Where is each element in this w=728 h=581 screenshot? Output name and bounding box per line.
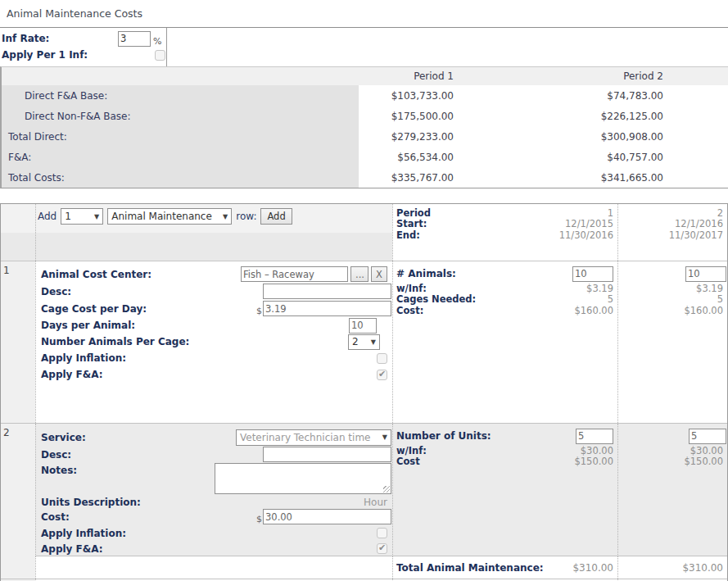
inf-rate-label: Inf Rate: bbox=[2, 33, 118, 44]
cost-label: Cost bbox=[396, 456, 420, 467]
row1-apply-fa-checkbox[interactable] bbox=[377, 370, 387, 380]
p2-num-animals-input[interactable] bbox=[685, 266, 726, 282]
period1-end-date: 11/30/2016 bbox=[420, 229, 613, 241]
row1-apply-fa-label: Apply F&A: bbox=[41, 369, 103, 380]
cage-cost-label: Cage Cost per Day: bbox=[41, 303, 147, 315]
period2-end-date: 11/30/2017 bbox=[622, 229, 723, 241]
animals-per-cage-select[interactable]: 2▼ bbox=[348, 334, 380, 350]
p1-winf-value: $30.00 bbox=[427, 445, 613, 456]
p1-cost-value: $150.00 bbox=[420, 456, 613, 467]
summary-p2-value: $40,757.00 bbox=[454, 152, 663, 163]
cost-center-browse-button[interactable]: ... bbox=[350, 266, 369, 282]
row-text: row: bbox=[236, 211, 256, 222]
chevron-down-icon: ▼ bbox=[94, 213, 99, 220]
summary-label: F&A: bbox=[2, 147, 359, 167]
service-select[interactable]: Veterinary Technician time▼ bbox=[236, 429, 391, 446]
days-per-animal-input[interactable] bbox=[349, 318, 377, 334]
p2-winf-value: $3.19 bbox=[622, 283, 723, 294]
notes-textarea[interactable] bbox=[215, 463, 391, 494]
p1-cages-value: 5 bbox=[476, 293, 613, 305]
summary-p1-value: $279,233.00 bbox=[359, 131, 454, 143]
p2-cages-value: 5 bbox=[622, 293, 723, 305]
p1-num-animals-input[interactable] bbox=[572, 266, 613, 282]
row2-number: 2 bbox=[1, 424, 35, 556]
units-desc-label: Units Description: bbox=[41, 497, 141, 508]
start-label: Start: bbox=[396, 218, 427, 229]
number-of-units-label: Number of Units: bbox=[396, 430, 491, 442]
currency-sign: $ bbox=[256, 306, 262, 317]
winf-label: w/Inf: bbox=[396, 445, 427, 456]
p2-cost-value: $160.00 bbox=[622, 305, 723, 316]
p2-units-input[interactable] bbox=[689, 429, 726, 444]
cost-label: Cost: bbox=[396, 305, 423, 316]
days-per-animal-label: Days per Animal: bbox=[41, 320, 135, 331]
chevron-down-icon: ▼ bbox=[382, 433, 387, 441]
period2-start-date: 12/1/2016 bbox=[622, 218, 723, 229]
summary-p1-value: $335,767.00 bbox=[359, 172, 454, 184]
row2-desc-input[interactable] bbox=[263, 447, 391, 462]
p2-cost-value: $150.00 bbox=[622, 456, 723, 467]
inflation-section: Inf Rate: % Apply Per 1 Inf: bbox=[0, 27, 728, 66]
summary-label: Total Direct: bbox=[2, 126, 359, 147]
cages-needed-label: Cages Needed: bbox=[396, 293, 476, 305]
period1-header: Period 1 bbox=[359, 70, 454, 82]
row1-desc-input[interactable] bbox=[263, 284, 391, 299]
summary-table: Period 1 Period 2 Direct F&A Base: $103,… bbox=[0, 66, 728, 188]
row2-apply-fa-label: Apply F&A: bbox=[41, 543, 103, 555]
summary-label: Total Costs: bbox=[2, 167, 359, 188]
row2-apply-fa-checkbox[interactable] bbox=[377, 543, 387, 554]
row2-cost-input[interactable] bbox=[263, 509, 391, 524]
apply-per-inf-checkbox[interactable] bbox=[155, 50, 165, 61]
service-label: Service: bbox=[41, 432, 86, 443]
page-title: Animal Maintenance Costs bbox=[0, 0, 728, 20]
inf-rate-input[interactable] bbox=[118, 31, 151, 47]
table-row: F&A: $56,534.00 $40,757.00 bbox=[2, 147, 728, 167]
period2-header: Period 2 bbox=[454, 70, 663, 82]
apply-per-inf-label: Apply Per 1 Inf: bbox=[2, 49, 118, 61]
total-row: Total Animal Maintenance: $310.00 $310.0… bbox=[1, 556, 727, 579]
detail-table: Add 1▼ Animal Maintenance▼ row: Add Peri… bbox=[0, 203, 728, 581]
detail-header-row: Add 1▼ Animal Maintenance▼ row: Add Peri… bbox=[1, 204, 727, 261]
period2-number: 2 bbox=[622, 207, 723, 219]
animals-per-cage-label: Number Animals Per Cage: bbox=[41, 336, 189, 347]
period1-number: 1 bbox=[431, 207, 613, 219]
period-label: Period bbox=[396, 207, 431, 219]
row2-apply-inflation-label: Apply Inflation: bbox=[41, 528, 126, 539]
total-maintenance-label: Total Animal Maintenance: bbox=[396, 562, 544, 574]
notes-label: Notes: bbox=[41, 463, 77, 476]
total-p2-value: $310.00 bbox=[622, 562, 723, 574]
add-type-select[interactable]: Animal Maintenance▼ bbox=[107, 208, 232, 225]
cost-center-label: Animal Cost Center: bbox=[41, 269, 151, 280]
num-animals-label: # Animals: bbox=[396, 268, 456, 279]
p2-winf-value: $30.00 bbox=[622, 445, 723, 456]
units-desc-value: Hour bbox=[364, 497, 387, 508]
summary-p1-value: $175,500.00 bbox=[359, 111, 454, 122]
resize-grip-icon[interactable] bbox=[383, 486, 390, 492]
row1-number: 1 bbox=[1, 261, 35, 423]
cage-cost-input[interactable] bbox=[263, 301, 391, 316]
cost-center-input[interactable] bbox=[241, 266, 348, 282]
table-row: Total Costs: $335,767.00 $341,665.00 bbox=[2, 167, 728, 188]
currency-sign: $ bbox=[256, 514, 262, 525]
summary-p2-value: $300,908.00 bbox=[454, 131, 663, 143]
summary-p1-value: $56,534.00 bbox=[359, 152, 454, 163]
row1-apply-inflation-checkbox[interactable] bbox=[377, 353, 387, 364]
p1-cost-value: $160.00 bbox=[423, 305, 613, 316]
chevron-down-icon: ▼ bbox=[223, 213, 228, 220]
cost-center-clear-button[interactable]: X bbox=[371, 266, 387, 282]
total-p1-value: $310.00 bbox=[544, 562, 613, 574]
desc-label: Desc: bbox=[41, 286, 71, 297]
p1-winf-value: $3.19 bbox=[427, 283, 613, 294]
row1-apply-inflation-label: Apply Inflation: bbox=[41, 352, 126, 364]
add-row-button[interactable]: Add bbox=[260, 208, 292, 225]
table-row: Direct F&A Base: $103,733.00 $74,783.00 bbox=[2, 85, 728, 106]
row2-apply-inflation-checkbox[interactable] bbox=[377, 528, 387, 538]
animal-row-1: 1 Animal Cost Center: ... X Desc: Cage C… bbox=[1, 261, 727, 423]
add-text: Add bbox=[38, 211, 57, 222]
table-row: Total Direct: $279,233.00 $300,908.00 bbox=[2, 126, 728, 147]
winf-label: w/Inf: bbox=[396, 283, 427, 294]
summary-label: Direct F&A Base: bbox=[2, 85, 359, 106]
period1-start-date: 12/1/2015 bbox=[427, 218, 613, 229]
add-count-select[interactable]: 1▼ bbox=[61, 208, 103, 225]
p1-units-input[interactable] bbox=[576, 429, 613, 444]
